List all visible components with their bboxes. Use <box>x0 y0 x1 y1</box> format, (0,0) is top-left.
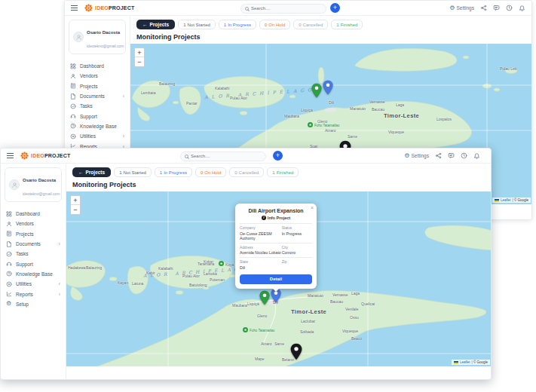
help-circle-icon <box>6 271 12 277</box>
gear-icon: ⚙ <box>404 153 409 159</box>
share-icon[interactable] <box>435 152 442 159</box>
leaflet-link[interactable]: Leaflet <box>501 198 511 202</box>
detail-button[interactable]: Detail <box>240 274 312 284</box>
zoom-in-button[interactable]: + <box>71 196 80 205</box>
map-label: Soibada <box>300 329 314 334</box>
sidebar-item-tasks[interactable]: Tasks <box>69 101 126 111</box>
map[interactable]: + − ALOR ARCHIPELAGO Timor-Leste Hadakew… <box>66 191 491 366</box>
sidebar-item-utilities[interactable]: Utilities‹ <box>69 131 126 141</box>
page-title: Monitoring Projects <box>72 181 485 188</box>
leaflet-link[interactable]: Leaflet <box>460 360 470 364</box>
field-label: City <box>282 246 312 250</box>
sidebar-item-projects[interactable]: Projects <box>69 81 126 91</box>
map-label: Batulolong <box>189 283 207 287</box>
field-label: Company <box>240 226 282 230</box>
map-marker-black[interactable] <box>290 343 302 360</box>
chevron-icon: ‹ <box>123 133 124 139</box>
brand-name: IDEOPROJECT <box>31 153 70 158</box>
sidebar-item-dashboard[interactable]: Dashboard <box>69 61 126 71</box>
messages-icon[interactable] <box>448 152 455 159</box>
map-label: Balauring <box>159 81 175 86</box>
back-projects-button[interactable]: ←Projects <box>136 20 175 29</box>
sidebar-item-tasks[interactable]: Tasks <box>5 249 62 259</box>
brand-logo[interactable]: IDEOPROJECT <box>20 152 70 160</box>
history-icon[interactable] <box>506 5 513 11</box>
sidebar-item-projects[interactable]: Projects <box>5 229 62 239</box>
filter-cancelled[interactable]: 0Cancelled <box>293 20 328 29</box>
add-button[interactable]: + <box>273 151 283 161</box>
notifications-icon[interactable] <box>519 5 525 11</box>
sidebar-item-setup[interactable]: ⚙Setup <box>5 299 62 309</box>
search-box <box>240 4 326 14</box>
filter-not-started[interactable]: 1Not Started <box>178 20 216 29</box>
sidebar-item-knowledge-base[interactable]: Knowledge Base <box>69 121 126 131</box>
field-value: Oe-Cusse ZEESM Authority <box>240 231 282 240</box>
sidebar-item-utilities[interactable]: Utilities‹ <box>5 279 62 289</box>
sidebar-item-knowledge-base[interactable]: Knowledge Base <box>5 269 62 279</box>
map-label: Quelicai <box>361 302 375 306</box>
popup-title: Dili Airport Expansion <box>240 208 312 213</box>
search-icon <box>245 7 249 11</box>
filter-on-hold[interactable]: 0On Hold <box>195 167 226 177</box>
zoom-out-button[interactable]: − <box>135 57 144 66</box>
share-icon[interactable] <box>480 5 487 11</box>
notifications-icon[interactable] <box>473 152 480 159</box>
filter-on-hold[interactable]: 0On Hold <box>259 20 290 29</box>
chevron-icon: ‹ <box>59 281 60 286</box>
zoom-in-button[interactable]: + <box>135 48 144 57</box>
sidebar-item-dashboard[interactable]: Dashboard <box>5 209 62 219</box>
header-actions: ⚙Settings <box>449 5 525 11</box>
map-label: Mape <box>255 357 265 361</box>
user-card[interactable]: Osario Dacostaideotekno@gmail.com <box>5 167 62 202</box>
user-email: ideotekno@gmail.com <box>87 44 124 48</box>
map-marker-green[interactable] <box>311 83 322 98</box>
filter-cancelled[interactable]: 0Cancelled <box>229 167 264 177</box>
filter-finished[interactable]: 1Finished <box>267 167 299 177</box>
brand-name: IDEOPROJECT <box>95 5 134 11</box>
park-label: Foho Tatamailau <box>250 329 274 332</box>
filter-finished[interactable]: 1Finished <box>331 20 363 29</box>
filter-in-progress[interactable]: 1In Progress <box>219 20 256 29</box>
zoom-out-button[interactable]: − <box>71 205 80 214</box>
map-label: Puteman <box>210 277 225 282</box>
sidebar-item-documents[interactable]: Documents‹ <box>5 239 62 249</box>
settings-button[interactable]: ⚙Settings <box>404 153 429 159</box>
map-label: Ainaro <box>325 128 335 133</box>
filter-in-progress[interactable]: 1In Progress <box>155 167 192 177</box>
map-label: Manatuto <box>308 293 323 298</box>
desktop-stage: IDEOPROJECT + ⚙Settings Osario Dacostaid… <box>0 0 536 392</box>
brand-logo[interactable]: IDEOPROJECT <box>84 4 134 12</box>
map-label: Liquiçá <box>247 302 259 306</box>
search-input[interactable] <box>251 6 322 11</box>
history-icon[interactable] <box>461 152 467 159</box>
sidebar-item-reports[interactable]: Reports‹ <box>5 289 62 299</box>
map-marker-green[interactable] <box>259 290 270 305</box>
back-projects-button[interactable]: ←Projects <box>72 167 111 177</box>
settings-button[interactable]: ⚙Settings <box>449 5 474 11</box>
sidebar-item-support[interactable]: Support <box>69 111 126 121</box>
menu-icon[interactable] <box>71 5 78 11</box>
close-icon[interactable]: × <box>311 205 314 210</box>
field-value: Dili <box>240 265 282 270</box>
sidebar-item-vendors[interactable]: Vendors <box>69 71 126 81</box>
map-label: Baucau <box>330 299 343 304</box>
field-label: Status <box>282 226 312 230</box>
park-label: Foho Tatamailau <box>314 124 339 127</box>
field-label: State <box>240 260 282 264</box>
add-button[interactable]: + <box>330 3 340 13</box>
grid-icon <box>70 63 76 69</box>
menu-icon[interactable] <box>7 153 14 158</box>
sidebar-item-documents[interactable]: Documents‹ <box>69 91 126 101</box>
messages-icon[interactable] <box>493 5 500 11</box>
field-value: In Progress <box>282 231 312 236</box>
map-label: Pulau Alor <box>182 274 200 278</box>
user-card[interactable]: Osario Dacostaideotekno@gmail.com <box>69 20 126 54</box>
map-label: Dili <box>329 100 334 105</box>
filter-not-started[interactable]: 1Not Started <box>114 167 152 177</box>
map-label: Lembata <box>141 90 155 95</box>
map-label: Manatuto <box>350 106 366 111</box>
sidebar-item-support[interactable]: Support <box>5 259 62 268</box>
search-input[interactable] <box>191 154 262 158</box>
map-marker-blue[interactable] <box>323 80 333 95</box>
sidebar-item-vendors[interactable]: Vendors <box>5 219 62 228</box>
